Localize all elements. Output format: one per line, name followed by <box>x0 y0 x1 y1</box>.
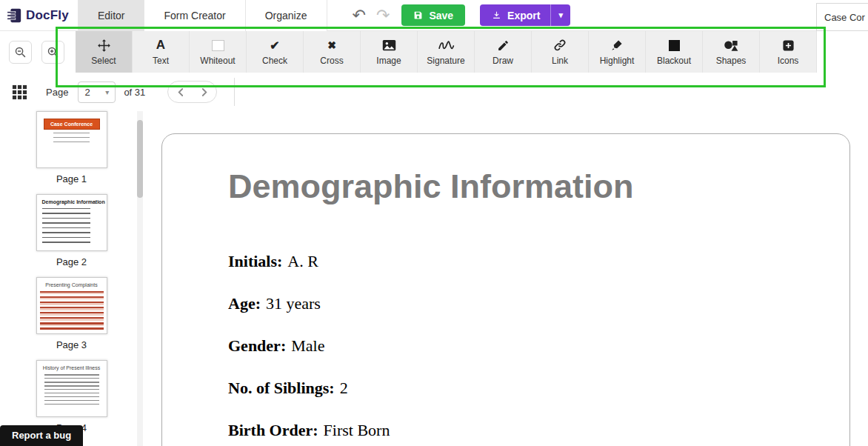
tool-label: Cross <box>320 56 343 66</box>
tool-label: Signature <box>427 56 464 66</box>
export-label: Export <box>507 10 540 21</box>
thumb-title-banner: Case Conference <box>44 119 100 130</box>
tool-label: Text <box>153 56 169 66</box>
field-value: 31 years <box>266 294 321 313</box>
tool-text[interactable]: A Text <box>133 31 190 73</box>
thumbnail-block-3: Presenting Complaints Page 3 <box>36 277 107 350</box>
chevron-down-icon: ▾ <box>558 10 563 20</box>
tool-shapes[interactable]: Shapes <box>703 31 760 73</box>
page-number-select[interactable]: 2 ▾ <box>78 81 116 103</box>
tool-icons[interactable]: Icons <box>760 31 817 73</box>
history-controls: ↶ ↷ <box>353 7 390 24</box>
scrollbar-thumb[interactable] <box>137 120 143 198</box>
highlight-icon <box>610 38 624 53</box>
tool-image[interactable]: Image <box>361 31 418 73</box>
thumbnail-block-4: History of Present Illness Page 4 <box>36 360 107 433</box>
page-thumbnail[interactable]: History of Present Illness <box>36 360 107 417</box>
image-icon <box>382 38 396 53</box>
tool-whiteout[interactable]: Whiteout <box>190 31 247 73</box>
tool-label: Blackout <box>657 56 691 66</box>
redo-button[interactable]: ↷ <box>376 7 390 24</box>
field-label: Birth Order: <box>228 421 318 439</box>
file-name-tab[interactable]: Case Cor <box>816 3 868 31</box>
zoom-controls <box>9 41 64 64</box>
tab-organize[interactable]: Organize <box>246 0 327 31</box>
cross-icon: ✖ <box>327 38 336 53</box>
thumbnail-caption: Page 2 <box>36 256 107 267</box>
tool-cross[interactable]: ✖ Cross <box>304 31 361 73</box>
tool-label: Whiteout <box>200 56 235 66</box>
field-value: 2 <box>340 379 348 397</box>
save-icon <box>413 10 423 20</box>
thumb-text-lines <box>44 374 99 405</box>
tool-draw[interactable]: Draw <box>475 31 532 73</box>
blackout-icon <box>669 38 680 53</box>
doc-field-gender: Gender:Male <box>228 336 849 356</box>
field-label: Gender: <box>228 336 286 355</box>
link-icon <box>553 38 567 53</box>
tab-label: Form Creator <box>164 10 225 21</box>
icons-icon <box>782 38 795 53</box>
page-thumbnail[interactable]: Presenting Complaints <box>36 277 107 334</box>
tab-label: Editor <box>98 10 125 21</box>
page-nav-group <box>167 81 217 103</box>
sidebar-scrollbar[interactable] <box>137 111 143 446</box>
logo-text: DocFly <box>26 8 69 23</box>
export-dropdown-caret[interactable]: ▾ <box>550 4 563 26</box>
thumb-mini-title: History of Present Illness <box>37 361 107 372</box>
thumb-text-lines <box>42 208 91 244</box>
tool-check[interactable]: ✔ Check <box>247 31 304 73</box>
docfly-logo: DocFly <box>0 7 78 24</box>
tool-highlight[interactable]: Highlight <box>589 31 646 73</box>
thumb-mini-title: Presenting Complaints <box>37 278 107 289</box>
tool-label: Draw <box>493 56 513 66</box>
chevron-down-icon: ▾ <box>105 88 109 96</box>
thumbnail-view-button[interactable] <box>9 81 30 102</box>
tab-editor[interactable]: Editor <box>78 0 145 31</box>
tool-label: Check <box>262 56 287 66</box>
document-page[interactable]: Demographic Information Initials:A. R Ag… <box>161 133 850 446</box>
text-icon: A <box>156 38 165 53</box>
thumbnail-block-1: Case Conference Page 1 <box>36 111 107 184</box>
doc-field-siblings: No. of Siblings:2 <box>228 378 849 399</box>
zoom-in-button[interactable] <box>41 41 64 64</box>
zoom-out-button[interactable] <box>9 41 32 64</box>
thumbnail-caption: Page 3 <box>36 339 107 350</box>
tab-label: Organize <box>265 10 307 21</box>
move-icon <box>97 38 111 53</box>
thumb-text-lines <box>53 133 90 146</box>
next-page-button[interactable] <box>193 81 217 102</box>
tool-link[interactable]: Link <box>532 31 589 73</box>
page-thumbnail[interactable]: Demographic Information <box>36 194 107 251</box>
page-label: Page <box>46 87 68 98</box>
whiteout-icon <box>212 38 224 53</box>
undo-icon: ↶ <box>353 6 366 24</box>
page-total-label: of 31 <box>124 87 145 98</box>
field-value: First Born <box>324 421 390 439</box>
tool-label: Link <box>552 56 568 66</box>
docfly-logo-icon <box>6 7 22 24</box>
chevron-left-icon <box>177 87 184 97</box>
previous-page-button[interactable] <box>168 81 193 102</box>
undo-button[interactable]: ↶ <box>353 7 366 24</box>
tool-select[interactable]: Select <box>76 31 133 73</box>
draw-icon <box>497 38 510 53</box>
thumbnail-block-2: Demographic Information Page 2 <box>36 194 107 267</box>
signature-icon <box>438 38 455 53</box>
report-bug-button[interactable]: Report a bug <box>0 425 83 446</box>
page-thumbnail[interactable]: Case Conference <box>36 111 107 168</box>
shapes-icon <box>724 38 739 53</box>
doc-field-birth-order: Birth Order:First Born <box>228 420 849 441</box>
field-label: No. of Siblings: <box>228 379 335 397</box>
save-button[interactable]: Save <box>401 4 465 26</box>
tab-form-creator[interactable]: Form Creator <box>144 0 245 31</box>
tool-label: Icons <box>778 56 799 66</box>
tool-label: Shapes <box>716 56 747 66</box>
export-icon <box>492 10 501 20</box>
tool-signature[interactable]: Signature <box>418 31 475 73</box>
tool-label: Select <box>91 56 116 66</box>
zoom-out-icon <box>14 46 27 59</box>
redo-icon: ↷ <box>376 6 390 24</box>
export-button[interactable]: Export ▾ <box>480 4 570 26</box>
tool-blackout[interactable]: Blackout <box>646 31 703 73</box>
